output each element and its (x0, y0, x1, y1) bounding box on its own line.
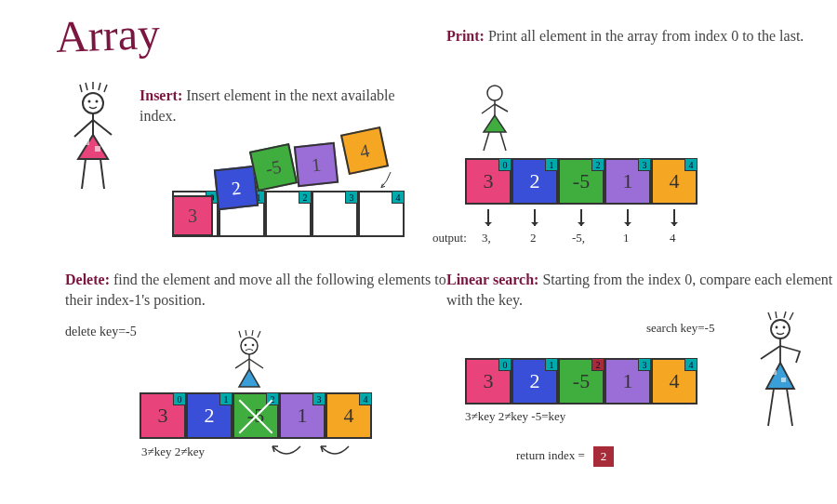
print-op-label: Print: (446, 28, 485, 44)
print-desc: Print all element in the array from inde… (488, 28, 804, 44)
search-op-label: Linear search: (446, 272, 538, 287)
output-value: 1 (623, 231, 630, 245)
array-cell: 13 (604, 358, 651, 405)
index-label: 2 (266, 392, 279, 405)
down-arrow-icon (487, 209, 489, 226)
insert-float-cell: 4 (340, 126, 389, 175)
index-label: 3 (312, 392, 326, 405)
array-cell: 30 (465, 358, 512, 405)
cell-value: 1 (623, 169, 633, 193)
svg-point-13 (776, 326, 778, 329)
cell-value: 4 (670, 369, 680, 393)
cell-value: 4 (670, 169, 680, 193)
array-cell: 13 (604, 158, 651, 205)
print-array: 30 21 -52 13 44 (465, 158, 698, 205)
index-label: 1 (219, 392, 232, 405)
index-label: 4 (392, 191, 405, 204)
index-label: 0 (498, 358, 512, 371)
delete-op-label: Delete: (65, 272, 110, 287)
down-arrow-icon (627, 209, 629, 226)
array-cell: 21 (186, 392, 232, 439)
insert-float-cell: 1 (294, 142, 339, 187)
insert-float-cell: -5 (249, 143, 298, 192)
search-annotation: 3≠key 2≠key -5=key (465, 409, 565, 424)
character-figure-3 (228, 335, 271, 400)
array-cell: 44 (651, 158, 698, 205)
cell-value: -5 (573, 169, 590, 193)
svg-point-1 (88, 100, 91, 103)
cell-value: 3 (158, 404, 168, 428)
cell-value: 2 (205, 404, 215, 428)
array-cell: -52 (558, 358, 604, 405)
insert-float-cell: 2 (214, 166, 259, 210)
search-heading: Linear search: Starting from the index 0… (446, 270, 837, 312)
cell-value: 3 (484, 369, 494, 393)
delete-array: 30 21 -52 13 44 (140, 392, 372, 439)
down-arrow-icon (580, 209, 582, 226)
output-value: 2 (530, 231, 537, 245)
down-arrow-icon (534, 209, 536, 226)
character-figure-1 (65, 88, 121, 200)
index-label: 1 (545, 158, 558, 171)
svg-point-0 (83, 93, 103, 113)
svg-rect-16 (772, 370, 777, 375)
index-label: 0 (173, 392, 186, 405)
cell-value: 1 (623, 369, 633, 393)
insert-base-cell: 2 (265, 191, 312, 237)
svg-point-14 (783, 326, 786, 329)
return-index-box: 2 (593, 446, 614, 467)
print-heading: Print: Print all element in the array fr… (446, 26, 837, 46)
print-section: Print: Print all element in the array fr… (446, 26, 837, 46)
shift-arrow-icon (316, 444, 353, 463)
cell-value: -5 (247, 404, 264, 428)
svg-point-6 (487, 86, 502, 100)
svg-point-8 (241, 338, 258, 354)
delete-section: Delete: find the element and move all th… (65, 270, 456, 339)
index-label: 2 (591, 358, 604, 371)
array-cell: -52 (558, 158, 604, 205)
array-cell: 21 (512, 158, 558, 205)
cell-value: 1 (298, 404, 308, 428)
delete-desc: find the element and move all the follow… (65, 272, 446, 308)
output-label: output: (432, 231, 467, 245)
index-label: 3 (638, 158, 651, 171)
search-key-label: search key=-5 (646, 321, 714, 336)
page-title: Array (55, 7, 161, 62)
index-label: 3 (345, 191, 358, 204)
svg-point-10 (252, 344, 255, 347)
array-cell: 30 (140, 392, 186, 439)
delete-heading: Delete: find the element and move all th… (65, 270, 456, 312)
svg-point-9 (245, 344, 247, 347)
array-cell: -52 (232, 392, 279, 439)
cell-value: 4 (344, 404, 354, 428)
array-cell: 13 (279, 392, 326, 439)
svg-rect-17 (781, 378, 786, 382)
array-cell: 30 (465, 158, 512, 205)
index-label: 3 (638, 358, 651, 371)
shift-arrow-icon (268, 444, 305, 463)
index-label: 2 (591, 158, 604, 171)
array-cell: 44 (326, 392, 372, 439)
output-value: 4 (670, 231, 676, 245)
insert-float-cell: 3 (172, 195, 213, 236)
return-line: return index = 2 (516, 446, 614, 467)
index-label: 2 (299, 191, 312, 204)
character-figure-2 (474, 84, 515, 158)
cell-value: 2 (530, 169, 540, 193)
insert-base-cell: 4 (358, 191, 405, 237)
index-label: 4 (684, 358, 698, 371)
insert-section: Insert: Insert element in the next avail… (140, 86, 418, 127)
insert-op-label: Insert: (140, 87, 182, 103)
insert-heading: Insert: Insert element in the next avail… (140, 86, 418, 127)
output-value: -5, (572, 231, 585, 245)
index-label: 4 (359, 392, 372, 405)
cell-value: -5 (573, 369, 590, 393)
insert-arrow-icon (372, 172, 409, 191)
index-label: 4 (684, 158, 698, 171)
array-cell: 21 (512, 358, 558, 405)
insert-base-cell: 3 (312, 191, 358, 237)
svg-rect-4 (84, 139, 89, 145)
index-label: 0 (498, 158, 512, 171)
cell-value: 3 (484, 169, 494, 193)
down-arrow-icon (673, 209, 675, 226)
